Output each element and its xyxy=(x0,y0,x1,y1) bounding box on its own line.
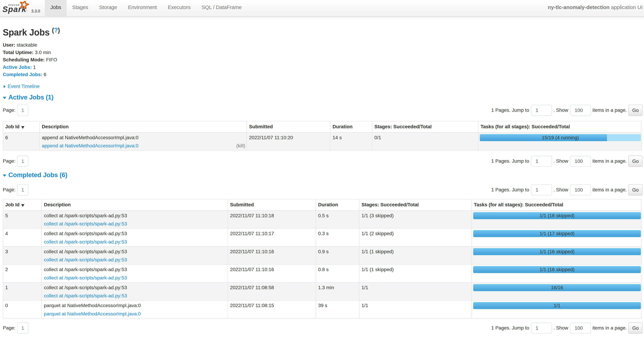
svg-text:™: ™ xyxy=(26,10,28,12)
